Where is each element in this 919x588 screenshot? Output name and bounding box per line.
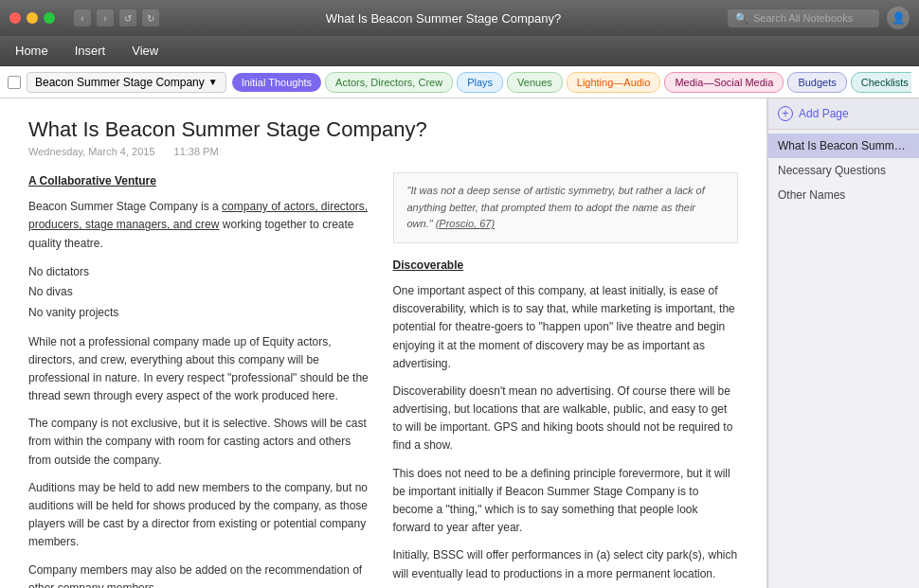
user-avatar[interactable]: 👤	[887, 7, 910, 29]
tab-checklists[interactable]: Checklists	[851, 72, 911, 93]
no-list-item-2: No divas	[28, 282, 374, 303]
left-para-1: Beacon Summer Stage Company is a company…	[28, 198, 374, 253]
left-para-5: Company members may also be added on the…	[28, 561, 374, 588]
quote-block: "It was not a deep sense of artistic sym…	[393, 172, 739, 243]
no-list-item-1: No dictators	[28, 262, 374, 283]
right-column: "It was not a deep sense of artistic sym…	[393, 172, 739, 588]
content-columns: A Collaborative Venture Beacon Summer St…	[28, 172, 738, 588]
notebook-checkbox[interactable]	[8, 76, 21, 89]
tab-actors[interactable]: Actors, Directors, Crew	[325, 72, 453, 93]
nav-controls: ‹ › ↺ ↻	[74, 9, 159, 27]
page-date: Wednesday, March 4, 2015 11:38 PM	[28, 146, 738, 157]
tab-initial-thoughts[interactable]: Initial Thoughts	[232, 73, 321, 92]
notebook-title-button[interactable]: Beacon Summer Stage Company ▼	[27, 72, 226, 93]
left-para-3: The company is not exclusive, but it is …	[28, 415, 374, 470]
page-item-1[interactable]: What Is Beacon Summer...	[768, 134, 919, 158]
left-heading-1: A Collaborative Venture	[28, 172, 374, 190]
add-page-label: Add Page	[799, 107, 849, 120]
tab-media[interactable]: Media—Social Media	[664, 72, 784, 93]
traffic-lights	[9, 12, 55, 24]
tab-venues[interactable]: Venues	[507, 72, 563, 93]
left-para-2: While not a professional company made up…	[28, 333, 374, 406]
tab-lighting[interactable]: Lighting—Audio	[567, 72, 661, 93]
content-area: What Is Beacon Summer Stage Company? Wed…	[0, 98, 767, 588]
nav-back-button[interactable]: ‹	[74, 9, 91, 27]
nav-refresh1-button[interactable]: ↺	[119, 9, 136, 27]
right-panel-header: + Add Page	[768, 98, 919, 130]
main-layout: What Is Beacon Summer Stage Company? Wed…	[0, 98, 919, 588]
tab-bar: Initial Thoughts Actors, Directors, Crew…	[232, 72, 911, 93]
toolbar-home[interactable]: Home	[9, 40, 54, 62]
toolbar: Home Insert View	[0, 36, 919, 66]
user-icon: 👤	[892, 11, 906, 25]
add-page-icon: +	[778, 106, 793, 121]
page-title: What Is Beacon Summer Stage Company?	[28, 117, 738, 142]
nav-forward-button[interactable]: ›	[97, 9, 114, 27]
left-para-4: Auditions may be held to add new members…	[28, 479, 374, 552]
search-input[interactable]	[753, 12, 867, 24]
time-label: 11:38 PM	[174, 146, 219, 157]
tab-budgets[interactable]: Budgets	[787, 72, 846, 93]
no-list: No dictators No divas No vanity projects	[28, 262, 374, 324]
search-icon: 🔍	[735, 12, 748, 25]
notebook-title-label: Beacon Summer Stage Company	[35, 76, 205, 89]
page-item-2[interactable]: Necessary Questions	[768, 158, 919, 183]
toolbar-insert[interactable]: Insert	[69, 40, 112, 62]
left-column: A Collaborative Venture Beacon Summer St…	[28, 172, 374, 588]
right-para-3: This does not need to be a defining prin…	[393, 465, 739, 538]
right-para-4: Initially, BSSC will offer performances …	[393, 546, 739, 582]
toolbar-view[interactable]: View	[126, 40, 164, 62]
no-list-item-3: No vanity projects	[28, 303, 374, 324]
maximize-button[interactable]	[44, 12, 55, 24]
close-button[interactable]	[9, 12, 21, 24]
search-bar[interactable]: 🔍	[728, 9, 879, 27]
notebook-dropdown-icon: ▼	[208, 77, 218, 87]
window-title: What Is Beacon Summer Stage Company?	[159, 11, 728, 26]
notebook-header: Beacon Summer Stage Company ▼ Initial Th…	[0, 66, 919, 98]
quote-citation: (Proscio, 67)	[436, 218, 495, 229]
page-item-3[interactable]: Other Names	[768, 183, 919, 207]
tab-plays[interactable]: Plays	[457, 72, 503, 93]
page-list: What Is Beacon Summer... Necessary Quest…	[768, 130, 919, 211]
title-bar: ‹ › ↺ ↻ What Is Beacon Summer Stage Comp…	[0, 0, 919, 36]
right-para-2: Discoverability doesn't mean no advertis…	[393, 383, 739, 455]
right-panel: + Add Page What Is Beacon Summer... Nece…	[767, 98, 919, 588]
add-page-button[interactable]: + Add Page	[778, 106, 910, 121]
date-label: Wednesday, March 4, 2015	[28, 146, 155, 157]
minimize-button[interactable]	[27, 12, 38, 24]
nav-refresh2-button[interactable]: ↻	[142, 9, 159, 27]
right-para-1: One important aspect of this company, at…	[393, 282, 739, 373]
right-heading-1: Discoverable	[393, 257, 739, 275]
